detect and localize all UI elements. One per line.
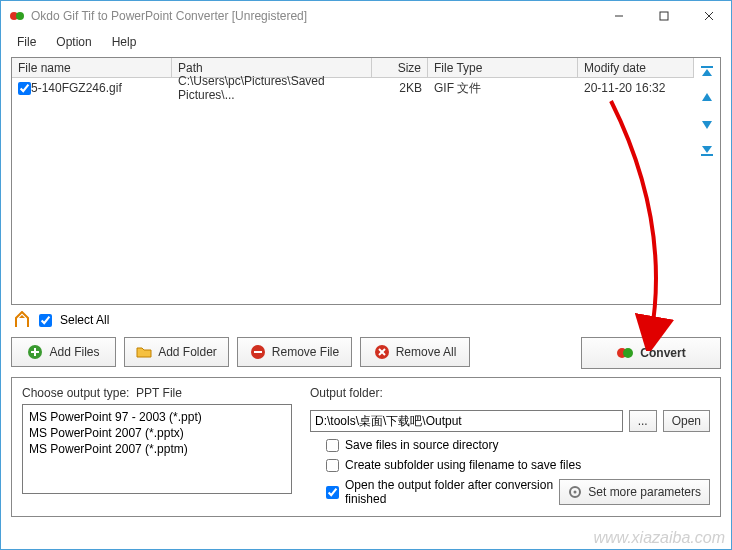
- output-type-label: Choose output type: PPT File: [22, 386, 292, 400]
- list-item[interactable]: MS PowerPoint 2007 (*.pptx): [27, 425, 287, 441]
- watermark: www.xiazaiba.com: [593, 529, 725, 547]
- output-folder-input[interactable]: [310, 410, 623, 432]
- row-checkbox[interactable]: [18, 82, 31, 95]
- convert-icon: [616, 344, 634, 362]
- cell-type: GIF 文件: [428, 78, 578, 99]
- menu-help[interactable]: Help: [104, 33, 145, 51]
- select-all-label: Select All: [60, 313, 109, 327]
- chk-src-label: Save files in source directory: [345, 438, 498, 452]
- minimize-button[interactable]: [596, 1, 641, 31]
- menu-bar: File Option Help: [1, 31, 731, 55]
- open-button[interactable]: Open: [663, 410, 710, 432]
- cell-path: C:\Users\pc\Pictures\Saved Pictures\...: [172, 72, 372, 104]
- svg-rect-6: [701, 66, 713, 68]
- minus-icon: [250, 344, 266, 360]
- col-size[interactable]: Size: [372, 58, 428, 77]
- select-all-checkbox[interactable]: [39, 314, 52, 327]
- add-files-button[interactable]: Add Files: [11, 337, 116, 367]
- svg-rect-7: [701, 154, 713, 156]
- menu-file[interactable]: File: [9, 33, 44, 51]
- chk-sub-label: Create subfolder using filename to save …: [345, 458, 581, 472]
- list-item[interactable]: MS PowerPoint 97 - 2003 (*.ppt): [27, 409, 287, 425]
- move-up-icon[interactable]: [699, 90, 715, 106]
- cell-name: 5-140FGZ246.gif: [31, 81, 122, 95]
- window-title: Okdo Gif Tif to PowerPoint Converter [Un…: [31, 9, 596, 23]
- up-folder-icon[interactable]: [13, 311, 31, 329]
- app-icon: [9, 8, 25, 24]
- folder-icon: [136, 344, 152, 360]
- browse-button[interactable]: ...: [629, 410, 657, 432]
- set-more-parameters-button[interactable]: Set more parameters: [559, 479, 710, 505]
- create-subfolder-checkbox[interactable]: [326, 459, 339, 472]
- open-folder-checkbox[interactable]: [326, 486, 339, 499]
- table-row[interactable]: 5-140FGZ246.gif C:\Users\pc\Pictures\Sav…: [12, 78, 694, 98]
- output-folder-label: Output folder:: [310, 386, 710, 400]
- maximize-button[interactable]: [641, 1, 686, 31]
- gear-icon: [568, 485, 582, 499]
- move-bottom-icon[interactable]: [699, 142, 715, 158]
- cell-size: 2KB: [372, 79, 428, 97]
- col-filename[interactable]: File name: [12, 58, 172, 77]
- menu-option[interactable]: Option: [48, 33, 99, 51]
- move-top-icon[interactable]: [699, 64, 715, 80]
- svg-point-1: [16, 12, 24, 20]
- svg-point-19: [574, 491, 577, 494]
- output-type-listbox[interactable]: MS PowerPoint 97 - 2003 (*.ppt) MS Power…: [22, 404, 292, 494]
- file-table: File name Path Size File Type Modify dat…: [12, 58, 694, 304]
- col-filetype[interactable]: File Type: [428, 58, 578, 77]
- svg-point-17: [623, 348, 633, 358]
- x-icon: [374, 344, 390, 360]
- close-button[interactable]: [686, 1, 731, 31]
- col-date[interactable]: Modify date: [578, 58, 694, 77]
- convert-button[interactable]: Convert: [581, 337, 721, 369]
- list-item[interactable]: MS PowerPoint 2007 (*.pptm): [27, 441, 287, 457]
- save-source-checkbox[interactable]: [326, 439, 339, 452]
- chk-open-label: Open the output folder after conversion …: [345, 478, 559, 506]
- move-down-icon[interactable]: [699, 116, 715, 132]
- remove-all-button[interactable]: Remove All: [360, 337, 470, 367]
- plus-icon: [27, 344, 43, 360]
- add-folder-button[interactable]: Add Folder: [124, 337, 229, 367]
- svg-rect-3: [660, 12, 668, 20]
- remove-file-button[interactable]: Remove File: [237, 337, 352, 367]
- cell-date: 20-11-20 16:32: [578, 79, 694, 97]
